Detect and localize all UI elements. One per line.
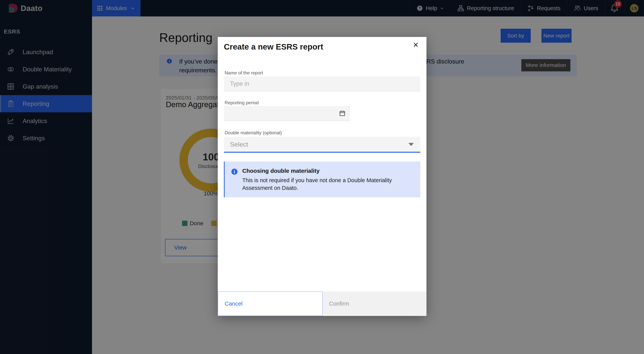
name-field-label: Name of the report xyxy=(225,70,263,76)
close-icon[interactable]: × xyxy=(410,39,422,50)
notice-body: This is not required if you have not don… xyxy=(242,177,415,192)
info-icon xyxy=(231,169,238,175)
modal-footer: Cancel Confirm xyxy=(218,291,426,316)
modal-title: Create a new ESRS report xyxy=(224,42,323,51)
create-report-modal: Create a new ESRS report × Name of the r… xyxy=(218,37,426,316)
app-screen: Daato Modules ? Help xyxy=(0,0,644,354)
materiality-select[interactable]: Select xyxy=(224,137,420,153)
materiality-field-label: Double materiality (optional) xyxy=(225,130,282,136)
cancel-button[interactable]: Cancel xyxy=(218,291,322,316)
materiality-notice: Choosing double materiality This is not … xyxy=(224,162,420,197)
report-name-input[interactable] xyxy=(224,76,420,91)
caret-down-icon xyxy=(408,143,414,146)
select-placeholder: Select xyxy=(230,141,248,148)
period-field-label: Reporting period xyxy=(225,100,258,105)
confirm-button[interactable]: Confirm xyxy=(322,291,427,316)
calendar-icon[interactable] xyxy=(339,110,346,117)
notice-title: Choosing double materiality xyxy=(242,168,320,174)
reporting-period-input[interactable] xyxy=(224,106,350,121)
